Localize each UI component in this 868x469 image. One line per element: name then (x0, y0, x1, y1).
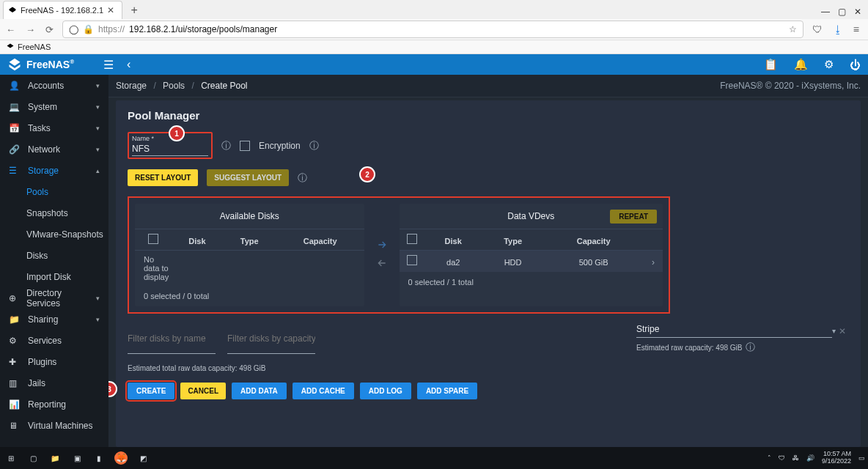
sidebar-item-label: Directory Services (26, 288, 87, 309)
sidebar-item-directory-services[interactable]: ⊕ Directory Services ▾ (0, 287, 108, 309)
arrow-right-icon[interactable] (376, 239, 388, 253)
sidebar-item-plugins[interactable]: ✚ Plugins (0, 351, 108, 372)
tab-title: FreeNAS - 192.168.2.1 (21, 6, 103, 15)
gear-icon[interactable]: ⚙ (824, 58, 834, 71)
cancel-button[interactable]: CANCEL (180, 383, 226, 399)
chevron-left-icon[interactable]: ‹ (127, 58, 130, 71)
sidebar-item-services[interactable]: ⚙ Services (0, 330, 108, 351)
new-tab-button[interactable]: + (125, 1, 143, 19)
sidebar-sub-vmware-snapshots[interactable]: VMware-Snapshots (0, 224, 108, 245)
pool-name-input[interactable] (132, 142, 208, 156)
select-all-checkbox[interactable] (407, 234, 417, 244)
filter-name-input[interactable] (128, 324, 216, 354)
sidebar-item-sharing[interactable]: 📁 Sharing ▾ (0, 309, 108, 330)
sidebar-sub-pools[interactable]: Pools (0, 181, 108, 202)
nav-forward-icon[interactable]: → (26, 24, 35, 35)
sidebar-item-jails[interactable]: ▥ Jails (0, 372, 108, 394)
window-maximize-button[interactable]: ▢ (834, 4, 849, 19)
select-all-checkbox[interactable] (148, 234, 158, 244)
layout-select[interactable]: Stripe ▾ ✕ (636, 324, 849, 338)
window-minimize-button[interactable]: — (818, 4, 833, 19)
add-log-button[interactable]: ADD LOG (360, 383, 411, 399)
taskbar: ⊞ ▢ 📁 ▣ ▮ 🦊 ◩ ˄ 🛡 🖧 🔊 10:57 AM 9/16/2022… (0, 447, 868, 469)
add-data-button[interactable]: ADD DATA (232, 383, 287, 399)
chevron-down-icon: ▾ (96, 295, 100, 302)
browser-tab[interactable]: FreeNAS - 192.168.2.1 ✕ (3, 1, 122, 19)
chevron-right-icon[interactable]: › (644, 251, 663, 273)
tray-chevron-up-icon[interactable]: ˄ (768, 454, 771, 462)
url-prefix: https:// (98, 24, 125, 34)
suggest-layout-button[interactable]: SUGGEST LAYOUT (207, 169, 289, 186)
downloads-icon[interactable]: ⭳ (833, 23, 843, 35)
firefox-icon[interactable]: 🦊 (113, 450, 129, 466)
sidebar-item-storage[interactable]: ☰ Storage ▴ (0, 160, 108, 181)
help-icon[interactable]: ⓘ (298, 171, 307, 185)
breadcrumb: Storage / Pools / Create Pool (116, 81, 248, 91)
sidebar-item-label: Virtual Machines (28, 421, 93, 431)
bookmark-item[interactable]: FreeNAS (18, 43, 51, 51)
file-explorer-icon[interactable]: 📁 (47, 450, 63, 466)
sidebar-item-accounts[interactable]: 👤 Accounts ▾ (0, 75, 108, 96)
sidebar-sub-disks[interactable]: Disks (0, 245, 108, 266)
cell-type: HDD (482, 251, 543, 273)
power-icon[interactable]: ⏻ (850, 59, 861, 71)
tray-volume-icon[interactable]: 🔊 (806, 454, 814, 462)
tray-security-icon[interactable]: 🛡 (779, 454, 785, 462)
tab-close-icon[interactable]: ✕ (107, 5, 114, 15)
nav-reload-icon[interactable]: ⟳ (45, 24, 54, 35)
app-root: FreeNAS® ☰ ‹ 📋 🔔 ⚙ ⏻ 👤 Accounts ▾ (0, 54, 868, 447)
arrow-left-icon[interactable] (376, 257, 388, 271)
window-controls: — ▢ ✕ (818, 4, 868, 19)
nav-back-icon[interactable]: ← (6, 24, 15, 35)
start-button[interactable]: ⊞ (3, 450, 19, 466)
sidebar-item-label: Services (28, 336, 62, 346)
window-close-button[interactable]: ✕ (850, 4, 865, 19)
help-icon[interactable]: ⓘ (309, 139, 319, 152)
jail-icon: ▥ (9, 378, 19, 388)
reader-shield-icon[interactable]: 🛡 (812, 23, 823, 35)
row-checkbox[interactable] (407, 255, 417, 265)
copyright: FreeNAS® © 2020 - iXsystems, Inc. (720, 81, 861, 91)
bell-icon[interactable]: 🔔 (794, 58, 808, 71)
help-icon[interactable]: ⓘ (221, 139, 231, 152)
data-vdevs-title: Data VDevs (507, 211, 554, 221)
sidebar-sub-import-disk[interactable]: Import Disk (0, 266, 108, 287)
app-menu-icon[interactable]: ≡ (853, 23, 859, 35)
add-cache-button[interactable]: ADD CACHE (293, 383, 354, 399)
breadcrumb-create-pool: Create Pool (201, 81, 247, 91)
sidebar-item-reporting[interactable]: 📊 Reporting (0, 394, 108, 415)
repeat-button[interactable]: REPEAT (610, 210, 657, 224)
col-disk: Disk (424, 229, 482, 251)
help-icon[interactable]: ⓘ (746, 341, 755, 354)
table-row[interactable]: da2 HDD 500 GiB › (400, 251, 663, 273)
breadcrumb-pools[interactable]: Pools (163, 81, 185, 91)
sidebar: 👤 Accounts ▾ 💻 System ▾ 📅 Tasks ▾ 🔗 Netw… (0, 75, 108, 447)
terminal-icon[interactable]: ▮ (91, 450, 107, 466)
bookmark-star-icon[interactable]: ☆ (789, 24, 797, 34)
estimated-raw-capacity: Estimated raw capacity: 498 GiB (636, 344, 743, 352)
sidebar-item-tasks[interactable]: 📅 Tasks ▾ (0, 117, 108, 139)
clipboard-icon[interactable]: 📋 (764, 58, 778, 71)
chevron-down-icon: ▾ (96, 82, 100, 89)
notification-center-icon[interactable]: ▭ (858, 454, 865, 462)
url-bar[interactable]: ◯ 🔒 https://192.168.2.1/ui/storage/pools… (62, 21, 803, 38)
app-icon[interactable]: ◩ (135, 450, 151, 466)
add-spare-button[interactable]: ADD SPARE (417, 383, 477, 399)
sidebar-item-system[interactable]: 💻 System ▾ (0, 96, 108, 117)
breadcrumb-storage[interactable]: Storage (116, 81, 147, 91)
filter-capacity-input[interactable] (227, 324, 315, 354)
layout-remove-icon[interactable]: ✕ (836, 326, 849, 336)
sidebar-item-network[interactable]: 🔗 Network ▾ (0, 139, 108, 160)
app-icon[interactable]: ▣ (69, 450, 85, 466)
system-clock[interactable]: 10:57 AM 9/16/2022 (822, 451, 851, 465)
task-view-icon[interactable]: ▢ (25, 450, 41, 466)
sidebar-sub-snapshots[interactable]: Snapshots (0, 202, 108, 224)
brand[interactable]: FreeNAS® (7, 57, 74, 72)
sidebar-item-virtual-machines[interactable]: 🖥 Virtual Machines (0, 415, 108, 436)
tray-network-icon[interactable]: 🖧 (792, 454, 799, 462)
encryption-checkbox[interactable] (240, 141, 250, 151)
reset-layout-button[interactable]: RESET LAYOUT (128, 169, 198, 186)
shield-icon: ◯ (69, 24, 78, 34)
menu-icon[interactable]: ☰ (103, 58, 114, 72)
create-button[interactable]: CREATE (128, 383, 174, 399)
